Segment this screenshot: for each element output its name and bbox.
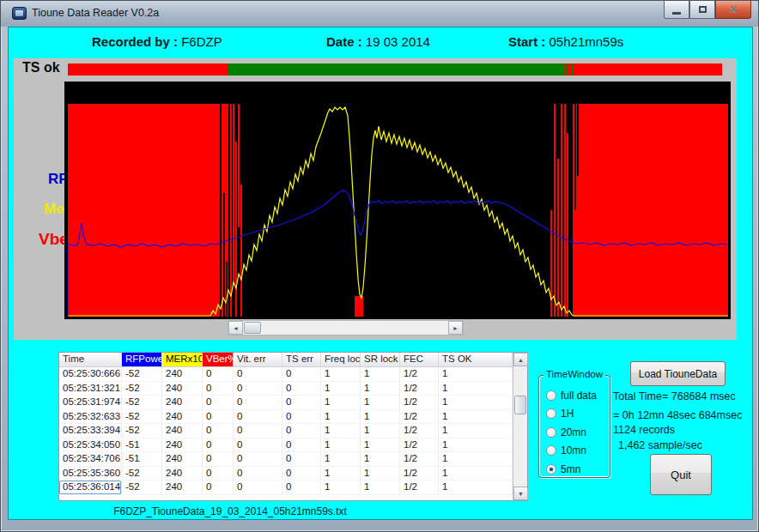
table-cell: 1 [439, 438, 513, 453]
table-row[interactable]: 05:25:31:974-52240000111/21 [59, 396, 527, 410]
sample-rate-text: 1,462 sample/sec [618, 439, 702, 451]
column-header-freq-lock[interactable]: Freq lock [321, 353, 361, 366]
scroll-thumb[interactable] [244, 322, 261, 334]
column-header-rfpower[interactable]: RFPower [122, 353, 162, 366]
scroll-right-button[interactable]: ► [448, 321, 463, 335]
table-cell: 240 [162, 410, 203, 425]
radio-icon[interactable] [546, 408, 556, 419]
table-cell: 1 [439, 481, 513, 495]
table-v-scrollbar[interactable]: ▲ ▼ [513, 353, 527, 500]
radio-option-1H[interactable]: 1H [546, 405, 597, 424]
table-cell: 1 [361, 438, 400, 453]
date: Date : 19 03 2014 [326, 34, 430, 49]
table-cell: 240 [162, 396, 203, 410]
total-time-text: Total Time= 768684 msec [613, 390, 736, 402]
table-row[interactable]: 05:25:31:321-52240000111/21 [59, 382, 527, 396]
red-spike [230, 104, 232, 317]
radio-option-5mn[interactable]: 5mn [546, 460, 597, 479]
scroll-down-button[interactable]: ▼ [513, 487, 528, 500]
table-cell: 240 [162, 438, 203, 453]
app-window: Tioune Data Reader V0.2a ✕ Recorded by :… [0, 0, 759, 532]
radio-icon[interactable] [546, 427, 556, 438]
table-cell: 1/2 [400, 481, 439, 495]
red-spike [240, 184, 242, 317]
title-bar[interactable]: Tioune Data Reader V0.2a ✕ [1, 1, 758, 27]
radio-option-full-data[interactable]: full data [546, 386, 597, 405]
chart-h-scrollbar[interactable]: ◄ ► [228, 320, 464, 336]
column-header-sr-lock[interactable]: SR lock [361, 353, 400, 366]
table-cell: 1 [439, 452, 513, 467]
red-spike [564, 104, 566, 317]
table-row[interactable]: 05:25:32:633-52240000111/21 [59, 410, 527, 425]
scroll-up-button[interactable]: ▲ [513, 353, 528, 366]
ts-bar-segment [573, 63, 722, 76]
table-header-row[interactable]: TimeRFPowerMERx10VBer%Vit. errTS errFreq… [59, 353, 527, 367]
table-cell: 1/2 [400, 382, 439, 396]
table-cell: -52 [122, 467, 162, 481]
table-cell: -51 [122, 452, 162, 467]
table-cell: 240 [162, 481, 203, 495]
table-cell: 1 [321, 396, 361, 410]
table-cell: 1 [321, 438, 361, 453]
radio-selected-icon[interactable] [546, 464, 556, 475]
column-header-ts-ok[interactable]: TS OK [439, 353, 513, 366]
client-area: Recorded by : F6DZP Date : 19 03 2014 St… [8, 27, 753, 520]
radio-label: 10mn [561, 444, 586, 456]
column-header-time[interactable]: Time [59, 353, 122, 366]
signal-chart [64, 82, 731, 319]
table-row[interactable]: 05:25:34:706-51240000111/21 [59, 452, 527, 467]
table-row[interactable]: 05:25:33:394-52240000111/21 [59, 424, 527, 438]
column-header-merx10[interactable]: MERx10 [162, 353, 203, 366]
table-cell: 05:25:31:321 [59, 382, 122, 396]
table-cell: 1/2 [400, 410, 439, 425]
table-cell: -52 [122, 424, 162, 438]
minimize-button[interactable] [664, 1, 689, 19]
table-cell: -52 [122, 396, 162, 410]
table-cell: 0 [203, 396, 234, 410]
table-cell: 1 [361, 467, 400, 481]
ts-bar [68, 63, 722, 76]
table-cell: 1 [439, 410, 513, 425]
table-cell: 1 [439, 424, 513, 438]
radio-option-20mn[interactable]: 20mn [546, 423, 597, 442]
scroll-left-button[interactable]: ◄ [228, 321, 243, 335]
time-window-title: TimeWindow [543, 369, 605, 379]
maximize-button[interactable] [689, 1, 715, 19]
radio-label: full data [561, 390, 597, 402]
start-label: Start : [508, 34, 545, 49]
table-cell: 0 [203, 382, 234, 396]
load-tiounedata-button[interactable]: Load TiouneData [630, 361, 726, 386]
table-row[interactable]: 05:25:34:050-51240000111/21 [59, 438, 527, 453]
close-button[interactable]: ✕ [715, 1, 751, 19]
radio-option-10mn[interactable]: 10mn [546, 442, 597, 461]
black-spike [577, 104, 579, 176]
table-cell: 1/2 [400, 467, 439, 481]
column-header-fec[interactable]: FEC [400, 353, 439, 366]
table-row[interactable]: 05:25:36:014-52240000111/21 [59, 481, 527, 495]
column-header-vber-[interactable]: VBer% [203, 353, 234, 366]
table-cell: 1 [361, 410, 400, 425]
radio-icon[interactable] [546, 390, 556, 401]
table-row[interactable]: 05:25:35:360-52240000111/21 [59, 467, 527, 481]
table-cell: 1 [361, 424, 400, 438]
red-spike [557, 159, 559, 317]
table-cell: 0 [203, 438, 234, 453]
table-scroll-thumb[interactable] [514, 396, 526, 414]
table-cell: 0 [234, 438, 282, 453]
table-cell: 1 [321, 367, 361, 382]
table-cell: 1 [361, 481, 400, 495]
column-header-vit-err[interactable]: Vit. err [234, 353, 282, 366]
table-cell: 1 [439, 367, 513, 382]
table-cell: 1 [321, 452, 361, 467]
red-spike [235, 142, 237, 317]
quit-button[interactable]: Quit [650, 454, 712, 495]
table-cell: 0 [282, 452, 321, 467]
table-cell: 0 [282, 438, 321, 453]
table-cell: 0 [282, 396, 321, 410]
table-cell: 1/2 [400, 367, 439, 382]
radio-icon[interactable] [546, 445, 556, 456]
table-body: 05:25:30:666-52240000111/2105:25:31:321-… [59, 367, 527, 495]
table-row[interactable]: 05:25:30:666-52240000111/21 [59, 367, 527, 382]
column-header-ts-err[interactable]: TS err [282, 353, 321, 366]
red-spike [550, 210, 552, 317]
